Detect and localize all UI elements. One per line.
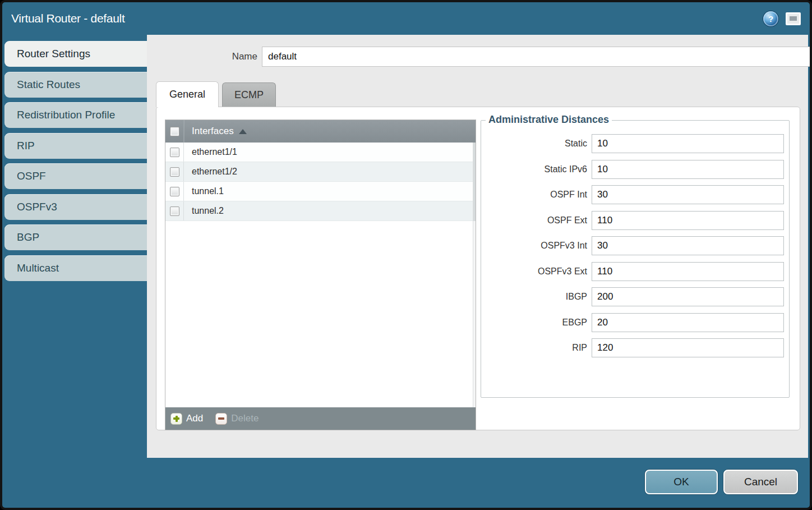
admin-input-ospf-int[interactable]	[592, 185, 784, 204]
sidebar-item-label: BGP	[17, 231, 39, 243]
admin-distance-label: OSPF Int	[481, 190, 587, 200]
sidebar-item-multicast[interactable]: Multicast	[4, 255, 147, 281]
row-checkbox-cell	[165, 143, 184, 162]
plus-icon	[170, 413, 182, 425]
interfaces-table: Interfaces ethernet1/1 ethernet	[165, 120, 476, 430]
sidebar-item-router-settings[interactable]: Router Settings	[4, 41, 147, 67]
table-row[interactable]: ethernet1/1	[165, 143, 476, 162]
admin-input-ospfv3-int[interactable]	[592, 236, 784, 255]
sidebar-item-ospfv3[interactable]: OSPFv3	[4, 194, 147, 220]
admin-distance-label: EBGP	[481, 318, 587, 328]
sidebar-item-label: RIP	[17, 140, 35, 152]
window-icon[interactable]	[786, 12, 801, 25]
admin-input-ibgp[interactable]	[592, 287, 784, 306]
window-icon-glyph	[790, 16, 797, 21]
row-checkbox-cell	[165, 162, 184, 181]
sidebar-item-rip[interactable]: RIP	[4, 133, 147, 159]
delete-button-label: Delete	[231, 413, 259, 424]
form-row: OSPFv3 Int	[481, 236, 789, 255]
sidebar-item-label: OSPFv3	[17, 201, 57, 213]
sidebar-item-redistribution-profile[interactable]: Redistribution Profile	[4, 102, 147, 128]
header-checkbox-cell	[165, 120, 184, 143]
sidebar-item-ospf[interactable]: OSPF	[4, 163, 147, 189]
row-checkbox-cell	[165, 201, 184, 220]
administrative-distances-legend: Administrative Distances	[486, 114, 612, 126]
sidebar-item-bgp[interactable]: BGP	[4, 224, 147, 250]
interface-name: ethernet1/1	[192, 147, 237, 157]
help-icon[interactable]: ?	[763, 11, 778, 26]
tab-general[interactable]: General	[156, 81, 219, 107]
name-label: Name	[147, 51, 257, 62]
delete-button[interactable]: Delete	[215, 413, 259, 425]
admin-distance-label: OSPFv3 Ext	[481, 267, 587, 277]
form-row: Static	[481, 134, 789, 153]
sidebar: Router Settings Static Routes Redistribu…	[4, 41, 147, 286]
row-checkbox[interactable]	[170, 187, 179, 196]
tab-label: ECMP	[234, 89, 264, 101]
admin-distance-label: IBGP	[481, 292, 587, 302]
form-row: IBGP	[481, 287, 789, 306]
admin-distance-label: Static	[481, 139, 587, 149]
cancel-button[interactable]: Cancel	[723, 470, 798, 494]
form-row: OSPFv3 Ext	[481, 262, 789, 281]
table-row[interactable]: ethernet1/2	[165, 162, 476, 182]
general-tab-content: Interfaces ethernet1/1 ethernet	[156, 107, 800, 430]
form-row: OSPF Int	[481, 185, 789, 204]
router-settings-panel: Name ECMP General Interfaces	[147, 35, 808, 458]
dialog-titlebar: Virtual Router - default ?	[2, 2, 810, 35]
admin-distance-label: RIP	[481, 343, 587, 353]
interface-name: ethernet1/2	[192, 167, 237, 177]
interfaces-table-header: Interfaces	[165, 120, 476, 143]
sidebar-item-label: Redistribution Profile	[17, 109, 115, 121]
sidebar-item-label: Router Settings	[17, 48, 90, 60]
select-all-checkbox[interactable]	[170, 127, 179, 136]
interfaces-table-footer: Add Delete	[165, 407, 476, 430]
admin-input-ospf-ext[interactable]	[592, 211, 784, 230]
form-row: OSPF Ext	[481, 211, 789, 230]
form-row: EBGP	[481, 313, 789, 332]
sidebar-item-label: OSPF	[17, 170, 46, 182]
admin-distance-label: OSPFv3 Int	[481, 241, 587, 251]
admin-distance-label: Static IPv6	[481, 164, 587, 174]
row-checkbox[interactable]	[170, 206, 179, 216]
table-scrollbar-thumb[interactable]	[473, 143, 476, 221]
administrative-distances-form: Static Static IPv6 OSPF Int OSPF Ext	[481, 121, 789, 357]
cancel-button-label: Cancel	[744, 476, 777, 488]
minus-icon	[215, 413, 227, 425]
admin-input-static-ipv6[interactable]	[592, 160, 784, 179]
sidebar-item-label: Static Routes	[17, 79, 80, 91]
row-checkbox[interactable]	[170, 167, 179, 177]
tab-ecmp[interactable]: ECMP	[222, 82, 276, 107]
sort-ascending-icon	[239, 129, 247, 134]
row-checkbox-cell	[165, 182, 184, 201]
form-row: Static IPv6	[481, 160, 789, 179]
table-scrollbar[interactable]	[473, 143, 476, 407]
table-row[interactable]: tunnel.1	[165, 182, 476, 201]
admin-input-ospfv3-ext[interactable]	[592, 262, 784, 281]
table-row[interactable]: tunnel.2	[165, 201, 476, 221]
interface-name: tunnel.2	[192, 206, 224, 216]
interfaces-table-body: ethernet1/1 ethernet1/2 tunnel.1	[165, 143, 476, 407]
sidebar-item-label: Multicast	[17, 262, 59, 274]
administrative-distances-fieldset: Administrative Distances Static Static I…	[481, 120, 790, 398]
tab-label: General	[169, 89, 205, 100]
add-button-label: Add	[186, 413, 203, 424]
form-row: RIP	[481, 338, 789, 357]
admin-input-static[interactable]	[592, 134, 784, 153]
admin-distance-label: OSPF Ext	[481, 215, 587, 226]
name-input[interactable]	[262, 47, 812, 67]
interface-name: tunnel.1	[192, 186, 224, 196]
dialog-title: Virtual Router - default	[11, 12, 763, 25]
ok-button-label: OK	[673, 476, 689, 488]
add-button[interactable]: Add	[170, 413, 203, 425]
admin-input-ebgp[interactable]	[592, 313, 784, 332]
virtual-router-dialog: Virtual Router - default ? Router Settin…	[0, 0, 812, 510]
sidebar-item-static-routes[interactable]: Static Routes	[4, 72, 147, 98]
ok-button[interactable]: OK	[645, 470, 718, 494]
row-checkbox[interactable]	[170, 148, 179, 157]
interfaces-column-header[interactable]: Interfaces	[192, 126, 234, 137]
admin-input-rip[interactable]	[592, 338, 784, 357]
